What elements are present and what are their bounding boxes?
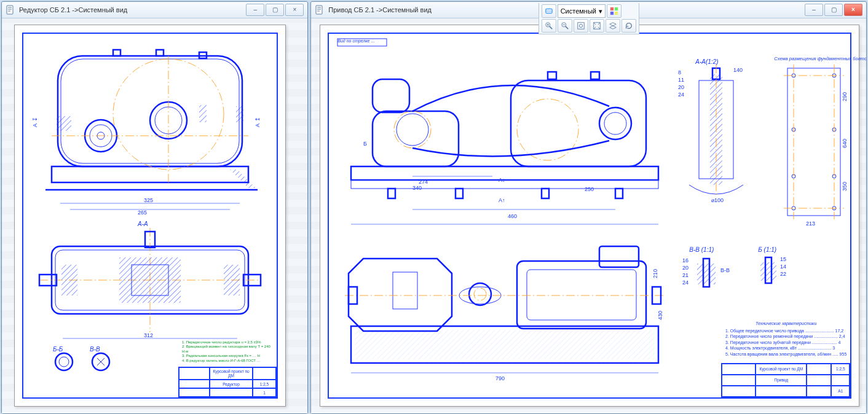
title-block-right: Курсовой проект по ДМ 1:2,5 Привод А1: [721, 363, 850, 397]
svg-text:22: 22: [780, 271, 786, 277]
btn-close-right[interactable]: ×: [844, 4, 862, 16]
svg-rect-68: [373, 111, 459, 166]
view-toolbar: Системный▾: [539, 3, 639, 34]
svg-text:350: 350: [842, 182, 848, 191]
zoom-window-icon[interactable]: [574, 19, 588, 33]
paper-left: 325 265 А ↧ А ↥: [14, 25, 286, 407]
label-vv: В-В: [90, 346, 100, 353]
svg-rect-66: [542, 189, 549, 198]
svg-text:11: 11: [678, 77, 684, 83]
svg-text:15: 15: [780, 256, 786, 262]
svg-rect-96: [599, 246, 639, 267]
svg-rect-15: [156, 50, 164, 56]
title-text-left: Редуктор СБ 2.1 ->Системный вид: [19, 2, 127, 18]
svg-rect-72: [511, 80, 646, 166]
svg-text:20: 20: [678, 84, 684, 90]
btn-close-left[interactable]: ×: [285, 4, 304, 16]
svg-rect-95: [527, 270, 636, 320]
svg-rect-34: [224, 265, 240, 295]
tech-characteristics: Технические характеристики 1. Общее пере…: [725, 321, 846, 357]
svg-text:460: 460: [508, 213, 517, 219]
svg-rect-57: [577, 23, 584, 29]
style-icon[interactable]: [542, 4, 556, 18]
svg-point-58: [579, 24, 582, 27]
svg-rect-89: [355, 330, 655, 359]
svg-text:16: 16: [682, 257, 688, 264]
svg-text:А ↧: А ↧: [32, 117, 38, 127]
svg-text:210: 210: [652, 269, 658, 278]
svg-point-92: [474, 288, 486, 300]
svg-rect-67: [615, 189, 623, 198]
label-bb: Б-Б: [53, 346, 63, 353]
svg-text:325: 325: [144, 197, 153, 203]
svg-rect-48: [610, 12, 614, 15]
svg-rect-76: [548, 72, 556, 79]
btn-minimize-right[interactable]: –: [805, 4, 823, 16]
svg-text:140: 140: [733, 67, 743, 73]
zoom-fit-icon[interactable]: [590, 19, 604, 33]
svg-rect-47: [615, 7, 618, 10]
svg-rect-94: [517, 261, 646, 329]
svg-line-51: [550, 26, 552, 29]
svg-text:21: 21: [682, 272, 688, 278]
svg-rect-69: [373, 79, 409, 112]
svg-rect-121: [760, 262, 776, 281]
svg-text:14: 14: [780, 264, 786, 270]
window-reducer: Редуктор СБ 2.1 ->Системный вид – ▢ ×: [1, 1, 308, 414]
svg-rect-77: [591, 72, 599, 79]
svg-rect-0: [7, 6, 13, 14]
svg-text:8: 8: [678, 69, 681, 76]
svg-text:24: 24: [682, 279, 688, 286]
svg-text:790: 790: [495, 375, 505, 381]
btn-maximize-right[interactable]: ▢: [824, 4, 843, 16]
svg-rect-18: [64, 116, 71, 131]
svg-text:А↓: А↓: [499, 177, 505, 183]
svg-rect-17: [57, 116, 64, 131]
title-block-left: Курсовой проект по ДМ Редуктор 1:2,5 1: [178, 367, 277, 397]
svg-text:213: 213: [806, 221, 815, 227]
window-drive: Привод СБ 2.1 ->Системный вид – ▢ × Сист…: [310, 1, 867, 414]
svg-text:640: 640: [842, 139, 848, 148]
svg-point-41: [59, 357, 69, 367]
svg-rect-43: [316, 6, 322, 14]
svg-text:265: 265: [138, 209, 147, 216]
svg-rect-64: [388, 189, 395, 198]
title-text-right: Привод СБ 2.1 ->Системный вид: [328, 2, 432, 18]
svg-point-40: [55, 353, 73, 370]
svg-rect-14: [113, 50, 120, 56]
svg-point-73: [517, 99, 578, 160]
app-doc-icon-r: [315, 5, 325, 15]
svg-rect-2: [58, 56, 242, 166]
label-vv-r: В-В (1:1): [689, 246, 714, 253]
paper-right: 274340 460 250 А↓А↑ Б: [320, 25, 859, 407]
view-mode-select[interactable]: Системный▾: [558, 4, 606, 18]
layers-icon[interactable]: [606, 19, 620, 33]
client-left[interactable]: 325 265 А ↧ А ↥: [2, 18, 307, 413]
svg-rect-49: [615, 12, 618, 15]
titlebar-left[interactable]: Редуктор СБ 2.1 ->Системный вид – ▢ ×: [2, 2, 307, 18]
svg-point-91: [469, 283, 491, 305]
top-banner: Вид по стрелке …: [337, 39, 375, 43]
svg-text:Б: Б: [363, 141, 367, 147]
svg-text:274: 274: [419, 179, 428, 185]
svg-point-70: [397, 114, 428, 146]
zoom-out-icon[interactable]: [558, 19, 572, 33]
svg-text:24: 24: [678, 92, 684, 98]
label-aa-r: А-А(1:2): [695, 58, 718, 65]
svg-rect-65: [456, 189, 463, 198]
svg-rect-114: [697, 264, 716, 284]
zoom-in-icon[interactable]: [542, 19, 556, 33]
btn-minimize-left[interactable]: –: [246, 4, 264, 16]
svg-rect-19: [199, 105, 207, 122]
label-b-r: Б (1:1): [758, 246, 776, 253]
svg-rect-33: [61, 265, 77, 295]
svg-line-55: [566, 26, 568, 29]
client-right[interactable]: 274340 460 250 А↓А↑ Б: [311, 18, 866, 413]
svg-text:250: 250: [585, 186, 594, 192]
btn-maximize-left[interactable]: ▢: [266, 4, 284, 16]
svg-text:340: 340: [412, 185, 422, 191]
svg-rect-20: [236, 106, 243, 122]
svg-text:В-В: В-В: [720, 267, 730, 273]
palette-icon[interactable]: [607, 4, 621, 18]
refresh-icon[interactable]: [621, 19, 636, 33]
